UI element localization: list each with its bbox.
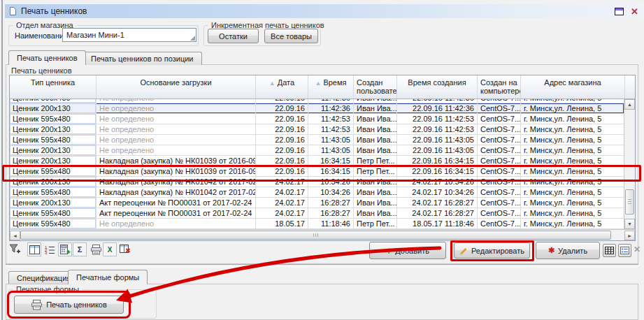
horizontal-scrollbar[interactable]: ◄ ► <box>10 229 635 240</box>
column-header-label: Время создания <box>408 78 466 87</box>
cell-time: 11:42:36 <box>308 103 354 113</box>
column-header-basis[interactable]: Основание загрузки <box>96 75 256 99</box>
column-header-type[interactable]: Тип ценника <box>10 75 96 99</box>
column-setup-icon[interactable] <box>27 242 41 256</box>
numbered-list-icon[interactable]: 123 <box>43 242 57 256</box>
cell-created: 22.09.16 11:42:53 <box>397 124 478 134</box>
window-titlebar[interactable]: Печать ценников ✕ <box>5 4 644 18</box>
cell-basis: Не определено <box>96 135 256 145</box>
column-header-label: Создан на компьютере <box>480 78 521 95</box>
sort-asc-icon: ▲ <box>315 80 321 87</box>
vertical-scroll-thumb[interactable] <box>625 189 634 214</box>
cell-time: 11:43:05 <box>308 145 354 155</box>
cell-address: г. Минск,ул. Ленина, 5 <box>521 187 624 197</box>
print-forms-group-label: Печатные формы <box>13 285 82 293</box>
table-header: Тип ценникаОснование загрузки▲Дата▲Время… <box>10 75 635 99</box>
cell-address: г. Минск,ул. Ленина, 5 <box>521 156 624 166</box>
cell-basis: Накладная (закупка) № НК01042 от 2017-02… <box>96 187 256 197</box>
cell-date: 22.09.16 <box>256 145 308 155</box>
table-row[interactable]: Ценник 595x480Накладная (закупка) № НК01… <box>10 166 624 177</box>
cell-basis: Не определено <box>96 145 256 155</box>
cell-created: 24.02.17 10:34:26 <box>397 187 478 197</box>
table-row[interactable]: Ценник 595x480Накладная (закупка) № НК01… <box>10 187 624 198</box>
excel-export-icon[interactable]: X <box>103 242 117 256</box>
price-tags-print-window: Печать ценников ✕ Отдел магазина Наимено… <box>0 0 644 320</box>
table-row[interactable]: Ценник 200x130Не определено22.09.1611:42… <box>10 124 624 135</box>
cell-user: Иван Ива... <box>354 145 397 155</box>
plus-icon: + <box>386 247 392 255</box>
pane-splitter[interactable] <box>6 264 638 267</box>
scroll-right-icon[interactable]: ► <box>624 231 635 240</box>
grid-view-button[interactable] <box>603 244 616 257</box>
cell-address: г. Минск,ул. Ленина, 5 <box>521 177 624 187</box>
sum-icon[interactable]: Σ <box>73 242 87 256</box>
column-header-address[interactable]: Адрес магазина <box>521 75 625 99</box>
stock-button[interactable]: Остатки <box>208 29 259 43</box>
column-header-user[interactable]: Создан пользователем <box>354 75 397 99</box>
add-button[interactable]: + Добавить <box>369 242 446 259</box>
horizontal-scroll-thumb[interactable] <box>20 231 611 240</box>
delete-button[interactable]: ✱ Удалить <box>536 242 600 259</box>
table-row[interactable]: Ценник 595x480Не определено22.09.1611:43… <box>10 135 624 145</box>
store-select[interactable]: Магазин Мини-1 <box>62 28 196 42</box>
filter-add-icon[interactable] <box>8 242 22 256</box>
column-header-label: Адрес магазина <box>544 78 601 87</box>
table-row[interactable]: Ценник 200x130Не определено22.09.1611:42… <box>10 103 624 114</box>
close-icon[interactable]: ✕ <box>631 7 638 16</box>
cell-user: Иван Ива... <box>354 99 397 103</box>
vertical-scrollbar[interactable]: ▲ ▼ <box>624 99 635 229</box>
cell-computer: CentOS-7... <box>478 187 521 197</box>
cell-basis: Акт переоценки № ПО00031 от 2017-02-24 <box>96 198 256 208</box>
calculator-add-icon[interactable] <box>58 242 72 256</box>
cell-time: 16:34:15 <box>308 166 354 176</box>
print-icon[interactable] <box>89 242 103 256</box>
cell-time: 11:42:53 <box>308 114 354 124</box>
cell-date: 24.02.17 <box>256 177 308 187</box>
dropdown-corner-icon <box>190 36 195 41</box>
table-row[interactable]: Ценник 595x480Не определено22.09.1611:42… <box>10 114 624 124</box>
print-price-tags-button[interactable]: Печать ценников <box>14 296 124 314</box>
all-goods-button[interactable]: Все товары <box>264 29 318 43</box>
scroll-left-icon[interactable]: ◄ <box>10 231 20 240</box>
cell-type: Ценник 200x130 <box>10 124 96 134</box>
details-view-button[interactable] <box>618 244 631 257</box>
table-row[interactable]: Ценник 200x130Не определено22.09.1611:43… <box>10 145 624 156</box>
column-header-computer[interactable]: Создан на компьютере <box>478 75 521 99</box>
cell-created: 18.05.17 11:18:46 <box>397 219 478 228</box>
column-header-label: Создан пользователем <box>357 78 397 95</box>
column-header-created[interactable]: Время создания <box>397 75 478 99</box>
cell-type: Ценник 595x480 <box>10 187 96 197</box>
column-hide-icon[interactable] <box>118 242 132 256</box>
tab-print-price-tags[interactable]: Печать ценников <box>8 50 86 65</box>
cell-computer: CentOS-7... <box>478 103 521 113</box>
cell-date: 24.02.17 <box>256 208 308 218</box>
cell-basis: Накладная (закупка) № НК01039 от 2016-09… <box>96 156 256 166</box>
table-row[interactable]: Ценник 595x480Акт переоценки № ПО00031 о… <box>10 208 624 219</box>
edit-button[interactable]: Редактировать <box>454 242 530 259</box>
store-department-group: Отдел магазина Наименование Магазин Мини… <box>8 25 199 46</box>
cell-computer: CentOS-7... <box>478 219 521 228</box>
table-row[interactable]: Ценник 200x130Накладная (закупка) № НК01… <box>10 156 624 166</box>
column-header-time[interactable]: ▲Время <box>308 75 354 99</box>
cell-date: 24.02.17 <box>256 198 308 208</box>
scroll-up-icon[interactable]: ▲ <box>624 99 635 110</box>
cell-user: Иван Ива... <box>354 124 397 134</box>
column-header-date[interactable]: ▲Дата <box>256 75 308 99</box>
cell-type: Ценник 595x480 <box>10 208 96 218</box>
tab-print-forms[interactable]: Печатные формы <box>68 270 148 284</box>
cell-date: 24.02.17 <box>256 187 308 197</box>
panel-close-icon[interactable]: ✕ <box>634 245 641 254</box>
tab-print-price-tags-by-position[interactable]: Печать ценников по позиции <box>83 52 202 65</box>
table-row[interactable]: Ценник 200x130Акт переоценки № ПО00031 о… <box>10 198 624 208</box>
cell-type: Ценник 200x130 <box>10 103 96 113</box>
cell-address: г. Минск,ул. Ленина, 5 <box>521 166 624 176</box>
column-header-label: Основание загрузки <box>140 78 211 87</box>
table-row[interactable]: Ценник 200x130Накладная (закупка) № НК01… <box>10 177 624 187</box>
cell-basis: Акт переоценки № ПО00031 от 2017-02-24 <box>96 208 256 218</box>
window-title: Печать ценников <box>21 6 87 16</box>
maximize-icon[interactable] <box>615 8 624 15</box>
scroll-down-icon[interactable]: ▼ <box>624 219 635 229</box>
cell-time: 16:28:27 <box>308 198 354 208</box>
table-row[interactable]: Ценник 595x480Не определено18.05.1711:18… <box>10 219 624 229</box>
cell-basis: Не определено <box>96 219 256 228</box>
